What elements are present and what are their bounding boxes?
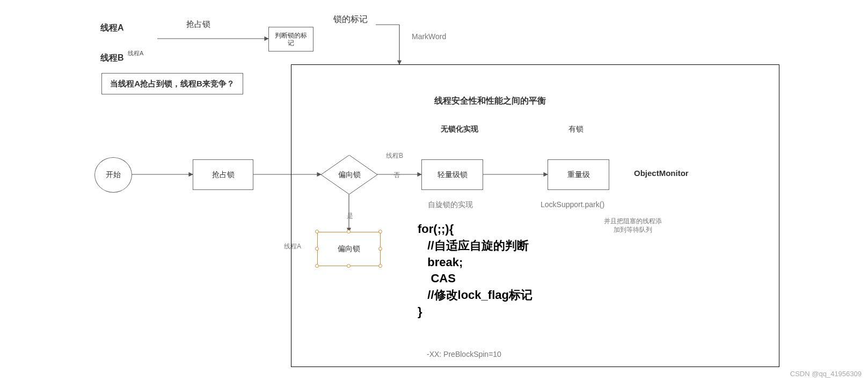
label-thread-b: 线程B bbox=[100, 53, 124, 64]
code-spin-loop: for(;;){ //自适应自旋的判断 break; CAS //修改lock_… bbox=[418, 221, 533, 320]
label-thread-a: 线程A bbox=[100, 23, 124, 34]
handle-nw[interactable] bbox=[315, 230, 319, 233]
acquire-text: 抢占锁 bbox=[212, 170, 235, 180]
handle-s[interactable] bbox=[347, 264, 351, 268]
heavy-text: 重量级 bbox=[567, 170, 590, 180]
box-question: 当线程A抢占到锁，线程B来竞争？ bbox=[101, 73, 243, 94]
box-judge-lock-mark: 判断锁的标 记 bbox=[268, 27, 313, 52]
node-heavyweight-lock: 重量级 bbox=[548, 159, 609, 190]
label-preblockspin: -XX: PreBlockSpin=10 bbox=[427, 350, 501, 358]
label-acquire-lock-top: 抢占锁 bbox=[186, 19, 210, 30]
handle-sw[interactable] bbox=[315, 264, 319, 268]
label-lock-mark: 锁的标记 bbox=[333, 14, 368, 25]
start-text: 开始 bbox=[106, 170, 121, 180]
label-markword: MarkWord bbox=[412, 32, 446, 41]
label-thread-b-sup: 线程A bbox=[128, 49, 143, 57]
light-text: 轻量级锁 bbox=[437, 170, 468, 180]
container-lock-balance bbox=[291, 64, 779, 367]
label-lock-free: 无锁化实现 bbox=[441, 124, 478, 134]
label-object-monitor: ObjectMonitor bbox=[634, 168, 689, 178]
label-locksupport-park: LockSupport.park() bbox=[541, 200, 604, 209]
node-lightweight-lock: 轻量级锁 bbox=[421, 159, 483, 190]
biased2-text: 偏向锁 bbox=[338, 244, 360, 254]
node-acquire-lock: 抢占锁 bbox=[193, 159, 253, 190]
box-judge-line2: 记 bbox=[288, 39, 294, 47]
label-enqueue-l2: 加到等待队列 bbox=[587, 225, 679, 235]
box-judge-line1: 判断锁的标 bbox=[275, 32, 307, 39]
handle-n[interactable] bbox=[347, 230, 351, 233]
label-enqueue-l1: 并且把阻塞的线程添 bbox=[587, 217, 679, 226]
node-start: 开始 bbox=[94, 157, 132, 193]
biased-text: 偏向锁 bbox=[338, 170, 361, 180]
container-title: 线程安全性和性能之间的平衡 bbox=[434, 96, 546, 107]
handle-ne[interactable] bbox=[378, 230, 382, 233]
node-biased-selected-wrap[interactable]: 偏向锁 bbox=[317, 232, 381, 266]
question-text: 当线程A抢占到锁，线程B来竞争？ bbox=[110, 79, 235, 89]
handle-w[interactable] bbox=[315, 247, 319, 251]
node-biased-selected[interactable]: 偏向锁 bbox=[317, 232, 381, 266]
watermark: CSDN @qq_41956309 bbox=[790, 370, 862, 378]
label-spin-impl: 自旋锁的实现 bbox=[428, 200, 473, 210]
label-has-lock: 有锁 bbox=[568, 124, 583, 134]
handle-se[interactable] bbox=[378, 264, 382, 268]
handle-e[interactable] bbox=[378, 247, 382, 251]
